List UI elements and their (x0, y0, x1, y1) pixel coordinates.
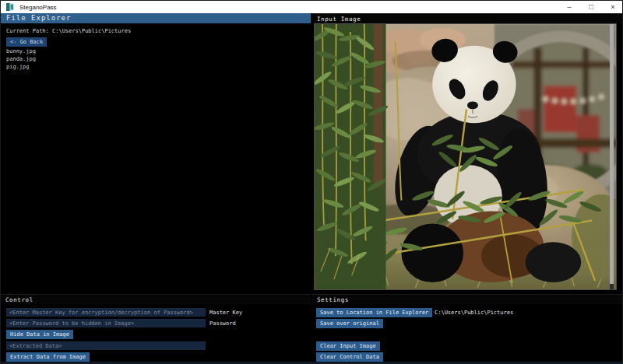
app-window: SteganoPass – □ × File Explorer Current … (0, 0, 623, 364)
settings-header: Settings (312, 294, 623, 304)
file-item-panda[interactable]: panda.jpg (6, 56, 36, 62)
go-back-button[interactable]: <- Go Back (6, 37, 47, 47)
control-header: Control (1, 294, 311, 304)
maximize-button[interactable]: □ (580, 1, 602, 13)
close-button[interactable]: × (602, 1, 623, 13)
password-input[interactable] (6, 319, 206, 327)
save-location-path: C:\Users\Public\Pictures (435, 310, 513, 316)
save-to-location-button[interactable]: Save to Location in File Explorer (316, 308, 432, 317)
extracted-data-field[interactable] (6, 341, 206, 350)
panda-photo (315, 24, 616, 289)
extract-data-button[interactable]: Extract Data from Image (6, 352, 90, 362)
app-icon (6, 3, 14, 11)
save-over-original-button[interactable]: Save over original (316, 319, 383, 328)
master-key-label: Master Key (209, 310, 242, 316)
window-title: SteganoPass (19, 4, 57, 11)
hide-data-button[interactable]: Hide Data in Image (6, 330, 73, 339)
password-label: Password (209, 320, 236, 327)
input-image-header: Input Image (312, 13, 623, 23)
file-explorer-header: File Explorer (1, 13, 311, 23)
file-item-bunny[interactable]: bunny.jpg (6, 48, 36, 54)
clear-control-data-button[interactable]: Clear Control Data (316, 352, 383, 362)
input-image-view (314, 23, 617, 290)
clear-input-image-button[interactable]: Clear Input Image (316, 341, 380, 351)
titlebar: SteganoPass – □ × (1, 1, 623, 13)
file-item-pig[interactable]: pig.jpg (6, 64, 30, 70)
image-scrollbar[interactable] (610, 24, 614, 290)
minimize-button[interactable]: – (558, 1, 580, 13)
master-key-input[interactable] (6, 308, 206, 317)
current-path-label: Current Path: C:\Users\Public\Pictures (6, 28, 131, 34)
image-scrollbar-thumb[interactable] (610, 24, 614, 284)
